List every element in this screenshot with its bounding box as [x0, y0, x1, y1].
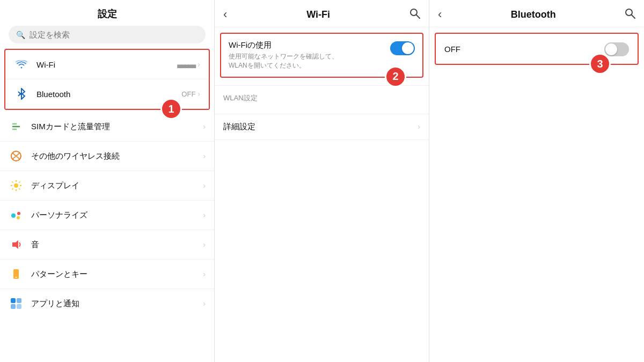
svg-point-3 [11, 151, 21, 161]
pattern-item[interactable]: パターンとキー › [0, 260, 214, 289]
bluetooth-panel: ‹ Bluetooth OFF 3 [429, 0, 644, 362]
wifi-use-text: Wi-Fiの使用 使用可能なネットワークを確認して、WLANを開いてください。 [229, 40, 338, 70]
advanced-chevron: › [418, 122, 420, 131]
sound-item[interactable]: 音 › [0, 230, 214, 260]
svg-point-22 [411, 9, 417, 16]
svg-line-25 [632, 15, 635, 18]
wifi-header: ‹ Wi-Fi [215, 0, 429, 27]
svg-rect-21 [17, 304, 21, 309]
pattern-chevron: › [203, 270, 206, 278]
display-label: ディスプレイ [31, 181, 203, 191]
badge-3: 3 [589, 53, 611, 75]
wireless-item[interactable]: その他のワイヤレス接続 › [0, 142, 214, 171]
svg-line-11 [19, 182, 20, 183]
bluetooth-label: Bluetooth [36, 90, 181, 99]
wifi-panel: ‹ Wi-Fi Wi-Fiの使用 使用可能なネットワークを確認して、WLANを開… [215, 0, 429, 362]
svg-point-13 [11, 213, 16, 218]
wifi-chevron: › [197, 60, 200, 69]
sound-label: 音 [31, 240, 203, 250]
svg-point-14 [17, 212, 20, 215]
wireless-icon [9, 149, 24, 164]
pattern-label: パターンとキー [31, 269, 203, 279]
svg-rect-20 [11, 304, 16, 309]
bluetooth-chevron: › [197, 90, 200, 98]
search-bar[interactable]: 🔍 [9, 26, 206, 43]
bt-off-label: OFF [444, 45, 460, 54]
sim-icon [9, 119, 24, 134]
personalize-label: パーソナライズ [31, 210, 203, 220]
wifi-signal: ▄▄▄▄▄ [177, 61, 195, 68]
svg-line-23 [416, 15, 420, 18]
bt-back-button[interactable]: ‹ [438, 8, 442, 21]
wifi-use-sub: 使用可能なネットワークを確認して、WLANを開いてください。 [229, 52, 338, 70]
settings-panel: 設定 🔍 Wi-Fi ▄▄▄▄▄ › [0, 0, 215, 362]
sim-chevron: › [203, 122, 206, 131]
bluetooth-icon [14, 86, 29, 101]
apps-label: アプリと通知 [31, 299, 203, 309]
svg-rect-18 [11, 298, 16, 303]
search-input[interactable] [30, 30, 198, 39]
svg-point-24 [626, 9, 632, 16]
sim-label: SIMカードと流量管理 [31, 122, 203, 132]
personalize-chevron: › [203, 211, 206, 219]
wifi-panel-title: Wi-Fi [227, 9, 409, 20]
apps-icon [9, 296, 24, 311]
bt-search-button[interactable] [625, 8, 635, 21]
svg-rect-19 [17, 298, 21, 303]
sound-chevron: › [203, 240, 206, 249]
svg-point-4 [14, 183, 18, 188]
svg-line-9 [12, 182, 13, 183]
badge-1: 1 [160, 98, 182, 120]
bt-panel-title: Bluetooth [442, 9, 625, 20]
sim-item[interactable]: SIMカードと流量管理 › [0, 112, 214, 142]
highlighted-wifi-bt-group: Wi-Fi ▄▄▄▄▄ › Bluetooth OFF › 1 [4, 49, 210, 110]
bt-toggle[interactable] [604, 42, 629, 56]
apps-item[interactable]: アプリと通知 › [0, 289, 214, 318]
display-icon [9, 178, 24, 193]
wifi-item[interactable]: Wi-Fi ▄▄▄▄▄ › [5, 50, 209, 79]
wifi-use-main: Wi-Fiの使用 [229, 40, 338, 50]
svg-rect-17 [15, 277, 17, 278]
bluetooth-value: OFF [181, 90, 195, 98]
badge-2: 2 [385, 66, 406, 87]
settings-title: 設定 [0, 0, 214, 26]
wifi-search-button[interactable] [409, 8, 420, 21]
wireless-label: その他のワイヤレス接続 [31, 151, 203, 161]
wifi-toggle[interactable] [390, 41, 415, 55]
wifi-back-button[interactable]: ‹ [223, 8, 227, 21]
svg-line-10 [19, 188, 20, 189]
wlan-settings-label: WLAN設定 [215, 86, 429, 106]
svg-line-12 [12, 188, 13, 189]
display-item[interactable]: ディスプレイ › [0, 171, 214, 201]
bt-header: ‹ Bluetooth [429, 0, 644, 27]
wifi-icon [14, 57, 29, 72]
sound-icon [9, 237, 24, 252]
svg-point-15 [17, 216, 20, 219]
personalize-item[interactable]: パーソナライズ › [0, 201, 214, 230]
advanced-label: 詳細設定 [223, 122, 418, 132]
bt-off-row: OFF 3 [435, 33, 639, 65]
wifi-use-row: Wi-Fiの使用 使用可能なネットワークを確認して、WLANを開いてください。 … [220, 33, 423, 78]
apps-chevron: › [203, 299, 206, 308]
personalize-icon [9, 208, 24, 223]
wifi-label: Wi-Fi [36, 60, 177, 69]
display-chevron: › [203, 181, 206, 190]
wireless-chevron: › [203, 152, 206, 160]
search-icon: 🔍 [16, 31, 25, 39]
pattern-icon [9, 267, 24, 282]
svg-marker-16 [12, 240, 18, 249]
advanced-settings-row[interactable]: 詳細設定 › [215, 114, 429, 140]
